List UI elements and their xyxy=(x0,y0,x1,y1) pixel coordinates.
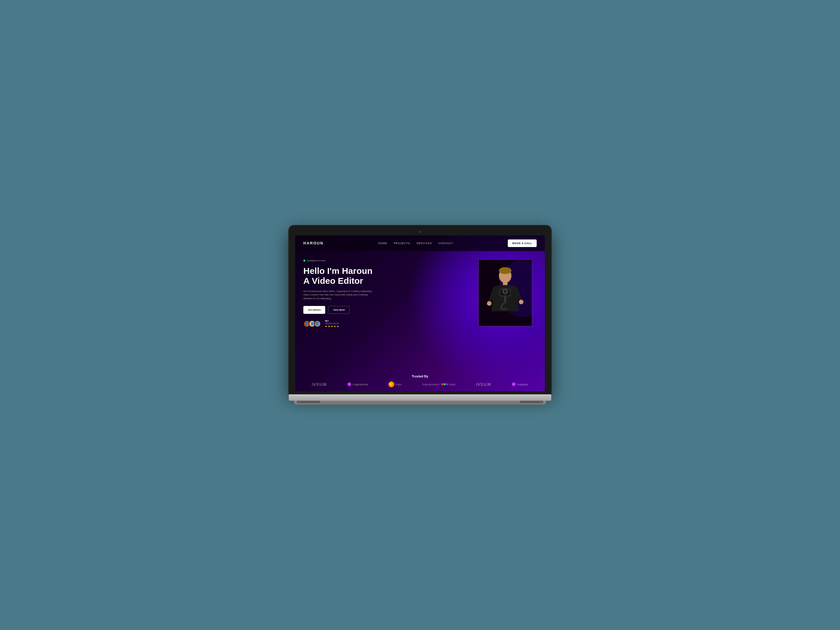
nav-link-services[interactable]: SERVICES xyxy=(417,242,432,245)
laptop-feet xyxy=(294,401,546,403)
laptop-base xyxy=(294,401,546,405)
view-work-button[interactable]: View Work xyxy=(328,306,350,314)
hero-image-container xyxy=(478,259,537,326)
laptop-camera xyxy=(419,231,421,233)
hero-title-line1: Hello I'm Haroun xyxy=(303,266,373,276)
laptop-bezel: HAROUN HOME PROJECTS SERVICES CONTACT BO… xyxy=(289,226,551,394)
laptop-container: HAROUN HOME PROJECTS SERVICES CONTACT BO… xyxy=(289,226,551,405)
logo-orange: ● logo xyxy=(388,382,402,387)
hero-section: Available for work Hello I'm Haroun A Vi… xyxy=(295,251,545,370)
nav-link-projects[interactable]: PROJECTS xyxy=(394,242,410,245)
laptop-screen: HAROUN HOME PROJECTS SERVICES CONTACT BO… xyxy=(295,235,545,392)
navbar: HAROUN HOME PROJECTS SERVICES CONTACT BO… xyxy=(295,235,545,251)
laptop-bottom xyxy=(289,394,551,401)
logo-combo: logoipsum+ logo xyxy=(422,383,456,386)
laptop-foot-left xyxy=(297,401,320,403)
svg-point-6 xyxy=(519,300,524,304)
logoipsum-icon-2: ✦ xyxy=(512,382,516,387)
book-call-button[interactable]: BOOK A CALL xyxy=(508,240,537,247)
logo-circle-icon: ● xyxy=(388,382,394,387)
logo-isum-1: IVSUM xyxy=(312,382,327,387)
hero-description: As A Professional Video Editor, I Specia… xyxy=(303,290,373,301)
hero-title: Hello I'm Haroun A Video Editor xyxy=(303,266,472,286)
star-rating: ★ ★ ★ ★ ★ xyxy=(325,325,339,328)
trusted-section: Trusted By IVSUM ✦ Logoipsum xyxy=(295,370,545,392)
available-badge: Available for work xyxy=(303,259,472,262)
hero-title-line2: A Video Editor xyxy=(303,276,363,286)
logo-text: logo xyxy=(395,383,402,386)
nav-link-contact[interactable]: CONTACT xyxy=(438,242,453,245)
client-label: satisfied clients xyxy=(325,322,339,324)
star-5: ★ xyxy=(336,325,339,328)
trusted-title: Trusted By xyxy=(303,374,537,378)
svg-point-11 xyxy=(504,290,507,293)
logoipsum-icon: ✦ xyxy=(347,382,352,387)
nav-logo: HAROUN xyxy=(303,241,324,245)
nav-links: HOME PROJECTS SERVICES CONTACT xyxy=(378,242,453,245)
star-2: ★ xyxy=(328,325,330,328)
client-count: 50+ xyxy=(325,320,339,322)
website: HAROUN HOME PROJECTS SERVICES CONTACT BO… xyxy=(295,235,545,392)
svg-rect-9 xyxy=(504,295,506,302)
available-dot xyxy=(303,260,305,262)
client-avatars: 👤 👤 👤 xyxy=(303,320,319,327)
star-3: ★ xyxy=(331,325,333,328)
logo-logoipsum-2: ✦ Logoips xyxy=(512,382,529,387)
nav-link-home[interactable]: HOME xyxy=(378,242,387,245)
hero-content: Available for work Hello I'm Haroun A Vi… xyxy=(303,259,478,328)
get-started-button[interactable]: Get Started xyxy=(303,306,325,314)
logo-logoipsum-1: ✦ Logoipsum xyxy=(347,382,368,387)
svg-point-3 xyxy=(499,267,511,273)
logos-row: IVSUM ✦ Logoipsum ● logo xyxy=(303,382,537,387)
star-4: ★ xyxy=(334,325,336,328)
logo-isum-2: IVSUM xyxy=(476,382,491,387)
hero-image-frame xyxy=(478,259,532,326)
hero-buttons: Get Started View Work xyxy=(303,306,472,314)
person-silhouette xyxy=(479,260,532,326)
star-1: ★ xyxy=(325,325,327,328)
social-proof: 👤 👤 👤 50+ sati xyxy=(303,320,472,328)
laptop-foot-right xyxy=(520,401,543,403)
proof-text: 50+ satisfied clients ★ ★ ★ ★ ★ xyxy=(325,320,339,328)
available-text: Available for work xyxy=(307,259,325,262)
avatar-3: 👤 xyxy=(314,320,321,327)
svg-point-5 xyxy=(487,301,491,306)
